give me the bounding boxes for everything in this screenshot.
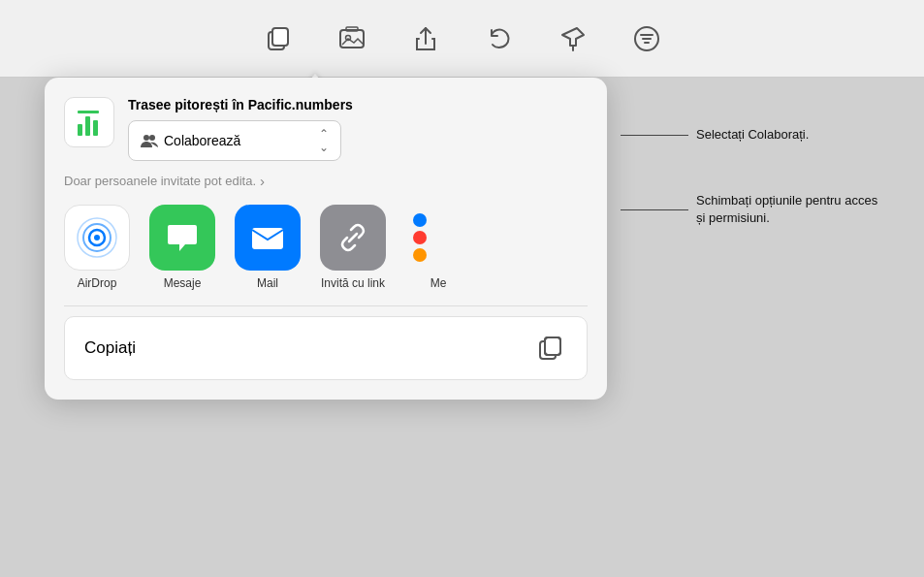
more-label: Me xyxy=(430,276,447,290)
dot-blue xyxy=(413,213,427,227)
app-icons-row: AirDrop Mesaje Mail xyxy=(64,205,588,290)
messages-label: Mesaje xyxy=(164,276,202,290)
mail-item[interactable]: Mail xyxy=(235,205,301,290)
link-item[interactable]: Invită cu link xyxy=(320,205,386,290)
file-title: Trasee pitorești în Pacific.numbers xyxy=(128,97,588,112)
divider xyxy=(64,305,588,306)
more-dots xyxy=(405,205,471,271)
link-icon xyxy=(320,205,386,271)
dot-red xyxy=(413,231,427,244)
file-info: Trasee pitorești în Pacific.numbers Cola… xyxy=(128,97,588,161)
svg-point-15 xyxy=(143,135,149,141)
mail-icon xyxy=(235,205,301,271)
svg-rect-12 xyxy=(85,116,90,136)
file-header: Trasee pitorești în Pacific.numbers Cola… xyxy=(64,97,588,161)
share-panel: Trasee pitorești în Pacific.numbers Cola… xyxy=(45,78,607,400)
undo-icon[interactable] xyxy=(482,21,517,56)
connector-line-2 xyxy=(621,209,688,210)
pin-icon[interactable] xyxy=(556,21,590,56)
link-label: Invită cu link xyxy=(321,276,385,290)
annotation-text-2: Schimbați opțiunile pentru acces și perm… xyxy=(696,192,890,227)
duplicate-icon[interactable] xyxy=(261,21,296,56)
messages-icon xyxy=(149,205,215,271)
more-item[interactable]: Me xyxy=(405,205,471,290)
svg-point-16 xyxy=(149,135,155,141)
messages-item[interactable]: Mesaje xyxy=(149,205,215,290)
toolbar xyxy=(0,0,924,78)
connector-line-1 xyxy=(621,135,688,136)
mail-label: Mail xyxy=(257,276,278,290)
dot-yellow xyxy=(413,248,427,262)
collaborate-label: Colaborează xyxy=(164,133,240,148)
svg-rect-1 xyxy=(272,28,288,46)
media-icon[interactable] xyxy=(335,21,369,56)
svg-rect-2 xyxy=(340,30,364,48)
copy-row[interactable]: Copiați xyxy=(64,316,588,380)
share-icon[interactable] xyxy=(408,21,443,56)
annotation-text-1: Selectați Colaborați. xyxy=(696,126,809,144)
invite-permissions-link[interactable]: Doar persoanele invitate pot edita. xyxy=(64,173,588,189)
file-icon xyxy=(64,97,114,147)
copy-icon xyxy=(536,333,567,364)
airdrop-icon xyxy=(64,205,130,271)
svg-rect-14 xyxy=(78,111,99,113)
svg-rect-11 xyxy=(78,124,82,136)
chevron-up-down-icon: ⌃⌄ xyxy=(319,127,329,154)
svg-point-20 xyxy=(94,235,100,240)
svg-rect-13 xyxy=(93,120,98,136)
annotation-1: Selectați Colaborați. xyxy=(621,126,911,144)
copy-label: Copiați xyxy=(84,338,136,358)
svg-rect-23 xyxy=(545,337,560,355)
airdrop-label: AirDrop xyxy=(78,276,117,290)
annotation-area: Selectați Colaborați. Schimbați opțiunil… xyxy=(621,126,911,286)
annotation-2: Schimbați opțiunile pentru acces și perm… xyxy=(621,192,911,227)
airdrop-item[interactable]: AirDrop xyxy=(64,205,130,290)
collaborate-button[interactable]: Colaborează ⌃⌄ xyxy=(128,120,341,161)
filter-icon[interactable] xyxy=(629,21,664,56)
invite-text: Doar persoanele invitate pot edita. xyxy=(64,174,256,188)
